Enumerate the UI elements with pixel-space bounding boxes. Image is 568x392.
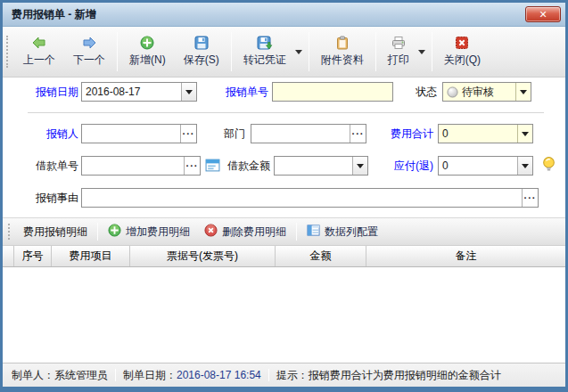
grid-body[interactable] <box>3 267 565 363</box>
total-value: 0 <box>439 127 517 140</box>
chevron-down-icon <box>522 164 529 172</box>
save-label: 保存(S) <box>184 53 219 68</box>
grid-header-row: 序号 费用项目 票据号(发票号) 金额 备注 <box>3 246 565 267</box>
payable-label: 应付(退) <box>377 156 433 176</box>
floppy-icon <box>194 36 209 50</box>
print-button[interactable]: 打印 <box>379 29 418 75</box>
attachments-button[interactable]: 附件资料 <box>312 29 373 75</box>
date-value: 2016-08-17 <box>82 86 181 98</box>
column-config-button[interactable]: 数据列配置 <box>300 220 385 243</box>
creator-label: 制单人： <box>12 368 54 383</box>
chevron-down-icon <box>418 50 425 58</box>
creator-value: 系统管理员 <box>54 368 108 383</box>
payable-value: 0 <box>439 159 517 172</box>
print-label: 打印 <box>388 53 409 68</box>
save-button[interactable]: 保存(S) <box>175 29 228 75</box>
column-config-icon <box>307 224 320 240</box>
next-button[interactable]: 下一个 <box>64 29 114 75</box>
reason-input[interactable]: ··· <box>81 188 539 208</box>
toolbar-separator <box>117 32 118 71</box>
loan-form-view-icon[interactable] <box>205 158 220 173</box>
payable-dropdown-button[interactable] <box>517 157 532 175</box>
delete-detail-button[interactable]: 删除费用明细 <box>197 220 293 243</box>
chevron-down-icon <box>520 90 527 98</box>
arrow-left-icon <box>31 36 47 50</box>
plus-circle-icon <box>108 224 121 240</box>
statusbar-separator <box>268 369 269 381</box>
status-sphere-icon <box>447 86 458 98</box>
col-header-amount[interactable]: 金额 <box>276 246 366 266</box>
doc-no-label: 报销单号 <box>204 82 268 102</box>
loan-amount-dropdown-button[interactable] <box>352 157 367 175</box>
made-date-value: 2016-08-17 16:54 <box>177 369 261 381</box>
arrow-right-icon <box>81 36 97 50</box>
previous-label: 上一个 <box>23 53 55 68</box>
status-value: 待审核 <box>458 85 515 100</box>
transfer-voucher-dropdown[interactable] <box>295 29 306 75</box>
col-header-expense-item[interactable]: 费用项目 <box>52 246 130 266</box>
transfer-voucher-label: 转记凭证 <box>243 53 286 68</box>
main-toolbar: 上一个 下一个 新增(N) 保存(S) 转记凭证 <box>3 27 565 78</box>
title-bar: 费用报销单 - 新增 ✕ <box>3 3 565 27</box>
chevron-down-icon <box>522 132 529 140</box>
loan-no-input[interactable]: ··· <box>81 156 201 176</box>
close-label: 关闭(Q) <box>444 53 481 68</box>
reason-lookup-button[interactable]: ··· <box>522 189 538 207</box>
new-label: 新增(N) <box>129 53 166 68</box>
doc-no-input[interactable] <box>272 82 393 102</box>
payable-combo[interactable]: 0 <box>438 156 533 176</box>
toolbar-separator <box>432 32 432 71</box>
status-dropdown-button[interactable] <box>515 83 531 101</box>
tip-text: 报销费用合计为费用报销明细的金额合计 <box>309 368 501 383</box>
x-circle-icon <box>204 224 218 240</box>
close-button[interactable]: 关闭(Q) <box>435 29 490 75</box>
person-label: 报销人 <box>15 124 78 143</box>
dept-lookup-button[interactable]: ··· <box>350 125 366 143</box>
add-detail-button[interactable]: 增加费用明细 <box>101 220 197 243</box>
next-label: 下一个 <box>73 53 105 68</box>
row-selector-header[interactable] <box>3 246 14 266</box>
attachments-label: 附件资料 <box>321 53 364 68</box>
add-detail-label: 增加费用明细 <box>126 225 190 240</box>
loan-amount-combo[interactable] <box>274 156 368 176</box>
detail-separator <box>296 223 297 241</box>
printer-icon <box>391 36 406 50</box>
total-combo[interactable]: 0 <box>438 124 533 143</box>
expense-form-window: 费用报销单 - 新增 ✕ 上一个 下一个 新增(N) <box>0 0 568 392</box>
statusbar-separator <box>115 369 116 381</box>
new-button[interactable]: 新增(N) <box>120 29 175 75</box>
dept-input[interactable]: ··· <box>251 124 366 143</box>
window-close-button[interactable]: ✕ <box>525 6 561 22</box>
reason-label: 报销事由 <box>15 188 78 208</box>
lightbulb-icon[interactable] <box>541 156 556 171</box>
print-dropdown[interactable] <box>418 29 429 75</box>
person-lookup-button[interactable]: ··· <box>180 125 196 143</box>
loan-no-lookup-button[interactable]: ··· <box>184 157 200 175</box>
column-config-label: 数据列配置 <box>325 225 378 240</box>
date-combo[interactable]: 2016-08-17 <box>81 82 197 102</box>
previous-button[interactable]: 上一个 <box>14 29 64 75</box>
date-dropdown-button[interactable] <box>181 83 196 101</box>
form-area: 报销日期 2016-08-17 报销单号 状态 待审核 报销人 ··· 部门 ·… <box>3 78 565 217</box>
status-label: 状态 <box>392 82 437 102</box>
chevron-down-icon <box>295 50 302 58</box>
chevron-down-icon <box>357 164 364 172</box>
date-label: 报销日期 <box>15 82 78 102</box>
total-dropdown-button[interactable] <box>517 125 532 143</box>
status-bar: 制单人：系统管理员 制单日期：2016-08-17 16:54 提示：报销费用合… <box>3 363 565 387</box>
transfer-voucher-button[interactable]: 转记凭证 <box>235 29 295 75</box>
toolbar-separator <box>375 32 376 71</box>
form-separator <box>28 112 544 113</box>
chevron-down-icon <box>185 90 193 98</box>
total-label: 费用合计 <box>373 124 433 143</box>
delete-detail-label: 删除费用明细 <box>222 225 286 240</box>
col-header-receipt-no[interactable]: 票据号(发票号) <box>130 246 276 266</box>
detail-separator <box>97 223 98 241</box>
made-date-label: 制单日期： <box>123 368 177 383</box>
person-input[interactable]: ··· <box>81 124 197 143</box>
status-combo[interactable]: 待审核 <box>442 82 531 102</box>
toolbar-separator <box>231 32 232 71</box>
col-header-index[interactable]: 序号 <box>14 246 52 266</box>
col-header-remarks[interactable]: 备注 <box>366 246 565 266</box>
loan-no-label: 借款单号 <box>15 156 78 176</box>
